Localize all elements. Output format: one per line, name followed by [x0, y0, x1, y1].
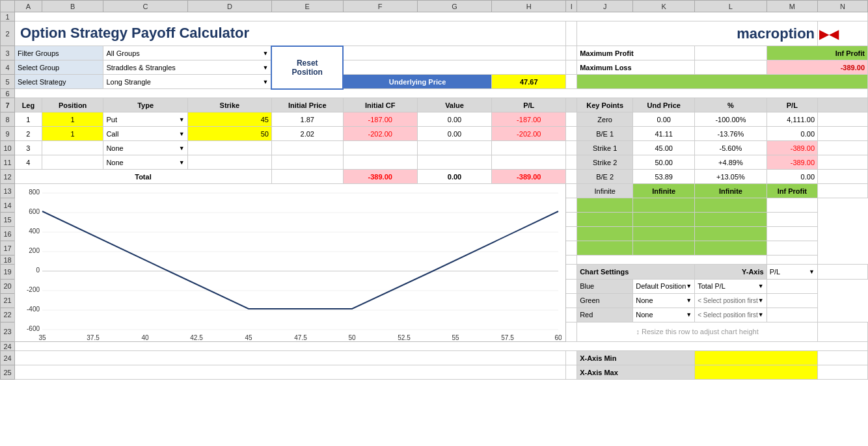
- leg3-type-dropdown[interactable]: None ▼: [103, 141, 187, 155]
- svg-text:40: 40: [141, 334, 149, 341]
- kp-s2-pct: +4.89%: [695, 155, 766, 170]
- cs-red-right-dropdown[interactable]: < Select position first ▼: [695, 308, 766, 322]
- col-J: J: [577, 1, 633, 12]
- row-2: 2: [1, 21, 15, 46]
- main-spreadsheet: A B C D E F G H I J K L M N 1 2 Option S…: [0, 0, 868, 380]
- kp-s1-label: Strike 1: [577, 141, 633, 155]
- page-title: Option Strategy Payoff Calculator: [15, 21, 566, 46]
- leg4-initial-cf: [343, 155, 417, 170]
- leg4-position[interactable]: [42, 155, 103, 170]
- leg1-strike[interactable]: 45: [187, 112, 271, 127]
- legs-col-value: Value: [417, 98, 491, 112]
- cs-red-dropdown[interactable]: None ▼: [633, 308, 695, 322]
- select-strategy-dropdown[interactable]: Long Strangle ▼: [103, 75, 272, 89]
- kp-col-und-price: Und Price: [633, 98, 695, 112]
- col-B: B: [42, 1, 103, 12]
- leg2-type-dropdown[interactable]: Call ▼: [103, 127, 187, 141]
- svg-text:-600: -600: [27, 325, 40, 332]
- max-loss-value: -389.00: [766, 60, 867, 75]
- reset-position-button[interactable]: ResetPosition: [271, 46, 343, 89]
- x-axis-max-value[interactable]: [695, 365, 818, 380]
- legs-col-initial-price: Initial Price: [271, 98, 343, 112]
- leg3-position[interactable]: [42, 141, 103, 155]
- row-9: 9: [1, 127, 15, 141]
- svg-text:55: 55: [452, 334, 459, 341]
- kp-be1-label: B/E 1: [577, 127, 633, 141]
- leg2-num: 2: [15, 127, 42, 141]
- svg-text:57.5: 57.5: [501, 334, 514, 341]
- row-13: 13: [1, 184, 15, 198]
- leg1-pl: -187.00: [492, 112, 566, 127]
- col-F: F: [343, 1, 417, 12]
- cs-blue-right-value: Total P/L: [698, 282, 726, 290]
- select-group-label: Select Group: [15, 60, 103, 75]
- leg2-initial-price[interactable]: 2.02: [271, 127, 343, 141]
- leg1-type-dropdown[interactable]: Put ▼: [103, 112, 187, 127]
- svg-text:35: 35: [38, 334, 46, 341]
- x-axis-min-label: X-Axis Min: [577, 351, 695, 365]
- kp-inf-price: Infinite: [633, 184, 695, 198]
- cs-red-label: Red: [577, 308, 633, 322]
- cs-y-axis-label: Y-Axis: [695, 265, 766, 279]
- chart-settings-header: Chart Settings: [577, 265, 695, 279]
- cs-blue-dropdown[interactable]: Default Position ▼: [633, 279, 695, 293]
- leg3-initial-price[interactable]: [271, 141, 343, 155]
- kp-zero-pct: -100.00%: [695, 112, 766, 127]
- svg-text:37.5: 37.5: [87, 334, 100, 341]
- legs-col-type: Type: [103, 98, 187, 112]
- cs-blue-right-dropdown[interactable]: Total P/L ▼: [695, 279, 766, 293]
- underlying-price-value[interactable]: 47.67: [492, 75, 566, 89]
- row-15: 15: [1, 213, 15, 227]
- leg1-initial-cf: -187.00: [343, 112, 417, 127]
- row-10: 10: [1, 141, 15, 155]
- filter-groups-dropdown[interactable]: All Groups ▼: [103, 46, 272, 60]
- cs-red-value: None: [636, 311, 653, 319]
- brand-logo: ▶◀: [818, 21, 868, 46]
- kp-be1-price: 41.11: [633, 127, 695, 141]
- leg1-initial-price[interactable]: 1.87: [271, 112, 343, 127]
- cs-green-right-dropdown[interactable]: < Select position first ▼: [695, 293, 766, 308]
- col-G: G: [417, 1, 491, 12]
- row-12: 12: [1, 170, 15, 184]
- x-axis-min-value[interactable]: [695, 351, 818, 365]
- leg3-num: 3: [15, 141, 42, 155]
- row-25: 25: [1, 365, 15, 380]
- leg4-strike[interactable]: [187, 155, 271, 170]
- leg4-type-dropdown[interactable]: None ▼: [103, 155, 187, 170]
- total-initial-cf: -389.00: [343, 170, 417, 184]
- svg-text:42.5: 42.5: [190, 334, 203, 341]
- leg2-value: 0.00: [417, 127, 491, 141]
- kp-be1-pl: 0.00: [766, 127, 817, 141]
- leg2-position[interactable]: 1: [42, 127, 103, 141]
- col-K: K: [633, 1, 695, 12]
- row-8: 8: [1, 112, 15, 127]
- cs-green-value: None: [636, 296, 653, 304]
- max-profit-label: Maximum Profit: [577, 46, 695, 60]
- leg4-initial-price[interactable]: [271, 155, 343, 170]
- leg3-strike[interactable]: [187, 141, 271, 155]
- kp-inf-pct: Infinite: [695, 184, 766, 198]
- leg2-initial-cf: -202.00: [343, 127, 417, 141]
- svg-text:-400: -400: [27, 306, 40, 313]
- cs-y-axis-dropdown[interactable]: P/L ▼: [766, 265, 817, 279]
- cs-blue-label: Blue: [577, 279, 633, 293]
- leg1-type-value: Put: [106, 116, 117, 124]
- total-label: Total: [15, 170, 272, 184]
- col-C: C: [103, 1, 187, 12]
- row-22: 22: [1, 308, 15, 322]
- row-5: 5: [1, 75, 15, 89]
- kp-zero-label: Zero: [577, 112, 633, 127]
- leg1-position[interactable]: 1: [42, 112, 103, 127]
- col-A: A: [15, 1, 42, 12]
- max-profit-value: Inf Profit: [766, 46, 867, 60]
- col-E: E: [271, 1, 343, 12]
- row-16: 16: [1, 227, 15, 241]
- leg3-value: [417, 141, 491, 155]
- cs-red-right-value: < Select position first: [698, 311, 758, 319]
- total-pl: -389.00: [492, 170, 566, 184]
- select-group-dropdown[interactable]: Straddles & Strangles ▼: [103, 60, 272, 75]
- kp-s1-pct: -5.60%: [695, 141, 766, 155]
- kp-s1-pl: -389.00: [766, 141, 817, 155]
- cs-green-dropdown[interactable]: None ▼: [633, 293, 695, 308]
- leg2-strike[interactable]: 50: [187, 127, 271, 141]
